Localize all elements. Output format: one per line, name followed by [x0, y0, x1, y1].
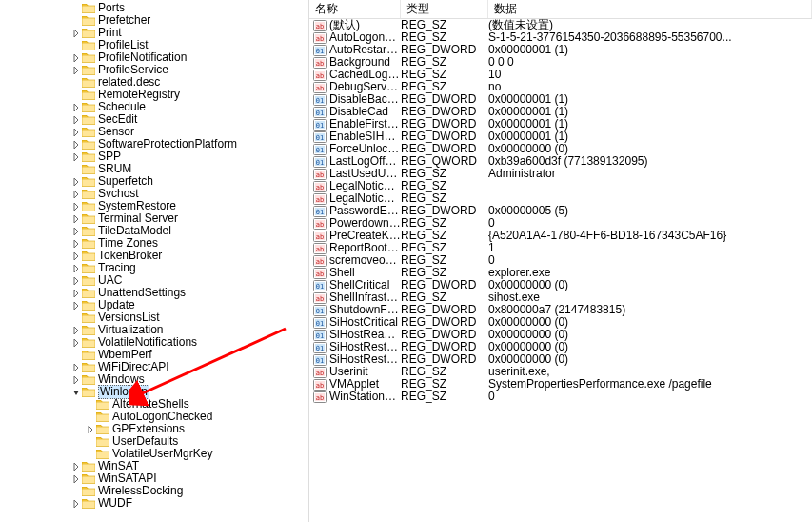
- tree-item[interactable]: Ports: [0, 2, 308, 14]
- list-row[interactable]: 01LastLogOffEndT...REG_QWORD0xb39a600d3f…: [309, 155, 812, 168]
- value-name: Background: [329, 56, 390, 69]
- column-header-type[interactable]: 类型: [401, 0, 488, 18]
- string-value-icon: ab: [313, 57, 327, 69]
- list-row[interactable]: abLastUsedUsern...REG_SZAdministrator: [309, 168, 812, 180]
- svg-text:01: 01: [316, 159, 324, 167]
- expander-icon[interactable]: [71, 239, 81, 249]
- list-row[interactable]: 01EnableFirstLogo...REG_DWORD0x00000001 …: [309, 118, 812, 130]
- tree-item[interactable]: WUDF: [0, 497, 308, 510]
- value-type: REG_DWORD: [401, 118, 488, 130]
- tree-item[interactable]: SoftwareProtectionPlatform: [0, 138, 308, 151]
- tree-item[interactable]: Print: [0, 27, 308, 39]
- svg-text:ab: ab: [316, 370, 324, 377]
- expander-icon[interactable]: [71, 202, 81, 211]
- list-row[interactable]: 01AutoRestartShellREG_DWORD0x00000001 (1…: [309, 44, 812, 56]
- value-type: REG_SZ: [401, 366, 488, 378]
- tree-item[interactable]: UnattendSettings: [0, 287, 308, 299]
- list-row[interactable]: abLegalNoticeCap...REG_SZ: [309, 180, 812, 192]
- list-row[interactable]: 01SiHostRestartTi...REG_DWORD0x00000000 …: [309, 353, 812, 366]
- expander-icon[interactable]: [71, 66, 81, 75]
- folder-icon: [82, 288, 95, 298]
- list-row[interactable]: 01EnableSIHostIn...REG_DWORD0x00000001 (…: [309, 130, 812, 143]
- value-type: REG_DWORD: [401, 304, 488, 316]
- tree-item[interactable]: Tracing: [0, 262, 308, 274]
- list-row[interactable]: abAutoLogonSIDREG_SZS-1-5-21-3776154350-…: [309, 31, 812, 44]
- tree-item[interactable]: SRUM: [0, 163, 308, 175]
- tree-item[interactable]: VolatileNotifications: [0, 336, 308, 349]
- expander-icon[interactable]: [71, 276, 81, 286]
- value-name: SiHostReadyTi...: [329, 329, 401, 341]
- list-row[interactable]: 01DisableCadREG_DWORD0x00000001 (1): [309, 106, 812, 118]
- list-row[interactable]: ab(默认)REG_SZ(数值未设置): [309, 19, 812, 31]
- list-row[interactable]: abShellInfrastruct...REG_SZsihost.exe: [309, 291, 812, 304]
- expander-icon[interactable]: [71, 375, 81, 385]
- expander-icon[interactable]: [71, 115, 81, 125]
- expander-icon[interactable]: [71, 227, 81, 236]
- list-body[interactable]: ab(默认)REG_SZ(数值未设置)abAutoLogonSIDREG_SZS…: [309, 19, 812, 522]
- list-row[interactable]: 01PasswordExpiry...REG_DWORD0x00000005 (…: [309, 205, 812, 217]
- list-row[interactable]: abUserinitREG_SZuserinit.exe,: [309, 366, 812, 378]
- expander-icon[interactable]: [71, 338, 81, 348]
- tree-item[interactable]: TokenBroker: [0, 250, 308, 262]
- list-row[interactable]: abWinStationsDis...REG_SZ0: [309, 391, 812, 403]
- column-header-data[interactable]: 数据: [488, 0, 812, 18]
- list-row[interactable]: abscremoveoptionREG_SZ0: [309, 254, 812, 267]
- value-name: SiHostCritical: [329, 316, 398, 329]
- column-header-name[interactable]: 名称: [309, 0, 401, 18]
- expander-icon[interactable]: [86, 425, 95, 434]
- list-row[interactable]: 01ShutdownFlagsREG_DWORD0x800000a7 (2147…: [309, 304, 812, 316]
- expander-icon[interactable]: [71, 140, 81, 150]
- tree-pane[interactable]: PortsPrefetcherPrintProfileListProfileNo…: [0, 0, 309, 522]
- list-row[interactable]: 01SiHostRestartC...REG_DWORD0x00000000 (…: [309, 341, 812, 353]
- value-data: 0xb39a600d3f (771389132095): [488, 155, 812, 168]
- tree-item[interactable]: SecEdit: [0, 113, 308, 126]
- list-row[interactable]: abLegalNoticeTextREG_SZ: [309, 192, 812, 205]
- expander-icon[interactable]: [71, 190, 81, 199]
- tree-item[interactable]: Schedule: [0, 101, 308, 113]
- expander-icon[interactable]: [71, 289, 81, 298]
- list-row[interactable]: abVMAppletREG_SZSystemPropertiesPerforma…: [309, 378, 812, 391]
- expander-icon[interactable]: [71, 326, 81, 335]
- expander-icon[interactable]: [71, 499, 81, 509]
- list-row[interactable]: 01SiHostReadyTi...REG_DWORD0x00000000 (0…: [309, 329, 812, 341]
- value-data: Administrator: [488, 168, 812, 180]
- value-type: REG_DWORD: [401, 329, 488, 341]
- list-row[interactable]: abShellREG_SZexplorer.exe: [309, 267, 812, 279]
- list-row[interactable]: 01ShellCriticalREG_DWORD0x00000000 (0): [309, 279, 812, 291]
- tree-item[interactable]: VolatileUserMgrKey: [0, 448, 308, 460]
- list-row[interactable]: abCachedLogons...REG_SZ10: [309, 69, 812, 81]
- expander-icon[interactable]: [71, 214, 81, 224]
- list-row[interactable]: abPreCreateKnow...REG_SZ{A520A1A4-1780-4…: [309, 230, 812, 242]
- expander-icon[interactable]: [71, 29, 81, 38]
- tree-item[interactable]: Windows: [0, 373, 308, 386]
- expander-icon[interactable]: [71, 152, 81, 162]
- tree-item[interactable]: WirelessDocking: [0, 485, 308, 497]
- list-row[interactable]: abDebugServerCo...REG_SZno: [309, 81, 812, 93]
- expander-icon[interactable]: [71, 474, 81, 484]
- expander-icon[interactable]: [71, 128, 81, 137]
- expander-icon[interactable]: [71, 177, 81, 187]
- svg-text:ab: ab: [316, 85, 324, 92]
- list-row[interactable]: 01ForceUnlockLo...REG_DWORD0x00000000 (0…: [309, 143, 812, 155]
- expander-icon[interactable]: [71, 103, 81, 112]
- expander-icon[interactable]: [71, 462, 81, 472]
- list-row[interactable]: 01SiHostCriticalREG_DWORD0x00000000 (0): [309, 316, 812, 329]
- tree-item[interactable]: SPP: [0, 151, 308, 163]
- binary-value-icon: 01: [313, 330, 327, 341]
- tree-item[interactable]: Prefetcher: [0, 14, 308, 27]
- expander-icon[interactable]: [71, 388, 81, 397]
- list-row[interactable]: 01DisableBackBut...REG_DWORD0x00000001 (…: [309, 93, 812, 106]
- svg-text:ab: ab: [316, 171, 324, 179]
- expander-icon[interactable]: [71, 53, 81, 63]
- list-row[interactable]: abPowerdownAfte...REG_SZ0: [309, 217, 812, 230]
- expander-icon[interactable]: [71, 251, 81, 261]
- tree-item[interactable]: WiFiDirectAPI: [0, 361, 308, 373]
- list-row[interactable]: abBackgroundREG_SZ0 0 0: [309, 56, 812, 69]
- value-data: 0x00000001 (1): [488, 106, 812, 118]
- list-row[interactable]: abReportBootOkREG_SZ1: [309, 242, 812, 254]
- expander-icon[interactable]: [71, 363, 81, 372]
- expander-icon[interactable]: [71, 264, 81, 273]
- expander-icon[interactable]: [71, 301, 81, 311]
- tree-item[interactable]: RemoteRegistry: [0, 89, 308, 101]
- tree-item[interactable]: Superfetch: [0, 175, 308, 188]
